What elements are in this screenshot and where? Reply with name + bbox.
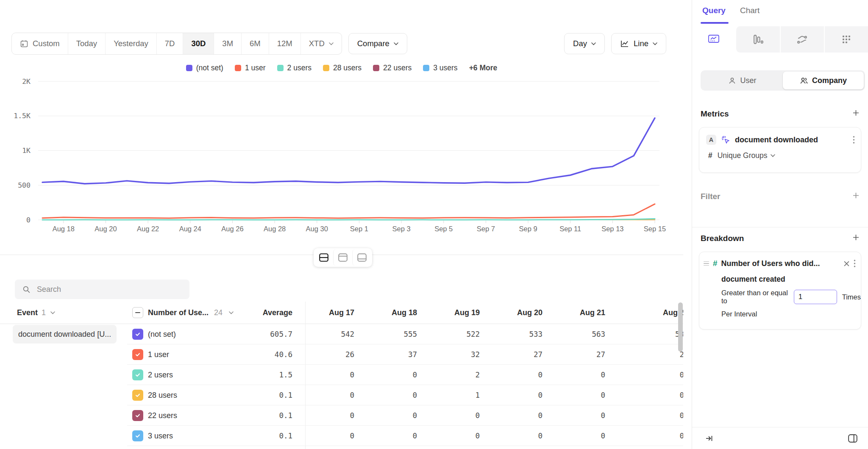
series-line — [42, 219, 655, 220]
group-column-header[interactable]: Number of Use...24 — [127, 307, 246, 318]
scope-user[interactable]: User — [702, 72, 783, 89]
date-column-header[interactable]: Aug 17 — [296, 308, 359, 317]
series-label[interactable]: 22 users — [148, 411, 177, 420]
search-field[interactable] — [36, 285, 182, 294]
series-label[interactable]: 2 users — [148, 371, 173, 380]
close-icon[interactable] — [843, 261, 850, 267]
range-30d[interactable]: 30D — [183, 33, 214, 54]
average-value: 0.1 — [246, 432, 296, 440]
series-label[interactable]: 3 users — [148, 432, 173, 441]
table-top-view-icon[interactable] — [333, 249, 352, 266]
range-xtd[interactable]: XTD — [300, 33, 342, 54]
range-7d[interactable]: 7D — [156, 33, 183, 54]
average-column-header[interactable]: Average — [246, 308, 296, 317]
times-input[interactable] — [794, 290, 837, 304]
cell-value: 2 — [609, 350, 683, 359]
series-checkbox[interactable] — [132, 349, 143, 360]
average-value: 1.5 — [246, 371, 296, 379]
vertical-scrollbar[interactable] — [678, 302, 683, 352]
date-column-header[interactable]: Aug 2 — [609, 308, 683, 317]
condition-unit: Times — [842, 293, 861, 301]
range-3m[interactable]: 3M — [214, 33, 241, 54]
series-checkbox[interactable] — [132, 390, 143, 401]
range-today[interactable]: Today — [68, 33, 105, 54]
date-column-header[interactable]: Aug 21 — [547, 308, 609, 317]
compare-button[interactable]: Compare — [348, 33, 407, 54]
series-line — [42, 118, 655, 184]
series-cell: 2 users — [127, 369, 246, 380]
select-all-checkbox[interactable] — [132, 307, 143, 318]
cell-value: 1 — [421, 391, 484, 399]
cell-value: 522 — [421, 330, 484, 338]
average-value: 40.6 — [246, 350, 296, 359]
bar-chart-icon[interactable] — [735, 26, 779, 53]
table-body: document downloaded [U...(not set)605.75… — [0, 324, 683, 446]
cell-value: 0 — [547, 371, 609, 379]
flow-chart-icon[interactable] — [780, 26, 824, 53]
table-row: 1 user40.626373227272 — [0, 344, 683, 365]
active-tab-underline — [701, 22, 729, 24]
range-yesterday[interactable]: Yesterday — [105, 33, 156, 54]
series-checkbox[interactable] — [132, 430, 143, 441]
user-icon — [728, 77, 736, 85]
series-checkbox[interactable] — [132, 369, 143, 380]
app-root: CustomTodayYesterday7D30D3M6M12MXTD Comp… — [0, 0, 868, 449]
range-6m[interactable]: 6M — [241, 33, 269, 54]
event-click-icon — [721, 135, 730, 144]
add-metric-button[interactable] — [852, 109, 860, 116]
grid-dots-icon[interactable] — [824, 26, 868, 53]
cell-value: 26 — [296, 350, 359, 359]
y-axis-tick-label: 2K — [22, 78, 31, 86]
aggregation-dropdown[interactable]: Unique Groups — [718, 151, 776, 160]
granularity-button[interactable]: Day — [564, 33, 605, 54]
chevron-down-icon — [771, 154, 775, 157]
panel-section-divider — [692, 227, 868, 227]
results-table: Event1Number of Use...24AverageAug 17Aug… — [0, 302, 683, 449]
series-label[interactable]: (not set) — [148, 330, 176, 339]
breakdown-title-row: # Number of Users who did... — [699, 252, 861, 268]
table-header-row: Event1Number of Use...24AverageAug 17Aug… — [0, 302, 683, 324]
average-value: 0.1 — [246, 391, 296, 399]
line-chart-icon — [620, 39, 629, 48]
average-value: 0.1 — [246, 411, 296, 420]
series-label[interactable]: 1 user — [148, 350, 169, 359]
filter-heading: Filter — [701, 192, 720, 201]
breakdown-heading: Breakdown — [701, 234, 744, 243]
metric-card[interactable]: A document downloaded # Unique Groups — [699, 127, 861, 173]
date-column-header[interactable]: Aug 18 — [359, 308, 421, 317]
date-column-header[interactable]: Aug 19 — [421, 308, 484, 317]
scope-company[interactable]: Company — [783, 72, 864, 89]
tab-query[interactable]: Query — [702, 6, 726, 15]
event-column-header[interactable]: Event1 — [0, 308, 127, 317]
series-checkbox[interactable] — [132, 329, 143, 340]
chart-type-button[interactable]: Line — [611, 33, 666, 54]
series-label[interactable]: 28 users — [148, 391, 177, 400]
cell-value: 542 — [296, 330, 359, 338]
cell-value: 0 — [547, 432, 609, 440]
cell-value: 27 — [547, 350, 609, 359]
kebab-menu-icon[interactable] — [853, 136, 855, 144]
group-header-label: Number of Use... — [148, 308, 209, 317]
drag-handle-icon[interactable] — [704, 261, 709, 266]
tab-chart[interactable]: Chart — [740, 6, 760, 15]
x-axis-tick-label: Sep 7 — [477, 225, 495, 233]
kebab-menu-icon[interactable] — [854, 259, 856, 268]
split-view-icon[interactable] — [314, 249, 333, 266]
event-name-pill[interactable]: document downloaded [U... — [13, 325, 117, 344]
chevron-down-icon — [229, 311, 234, 314]
search-input[interactable] — [15, 280, 189, 299]
series-checkbox[interactable] — [132, 410, 143, 421]
range-custom[interactable]: Custom — [12, 33, 68, 54]
x-axis-tick-label: Sep 5 — [434, 225, 453, 233]
segmentation-chart-icon[interactable] — [692, 26, 735, 53]
aggregation-label: Unique Groups — [718, 151, 768, 160]
cell-value: 0 — [359, 432, 421, 440]
range-12m[interactable]: 12M — [269, 33, 300, 54]
add-breakdown-button[interactable] — [852, 234, 860, 241]
date-column-header[interactable]: Aug 20 — [484, 308, 547, 317]
sidebar-toggle-icon[interactable] — [848, 434, 858, 443]
add-filter-button[interactable] — [852, 192, 860, 199]
x-axis-tick-label: Sep 13 — [601, 225, 623, 233]
collapse-panel-icon[interactable] — [705, 434, 713, 443]
table-bottom-view-icon[interactable] — [352, 249, 371, 266]
